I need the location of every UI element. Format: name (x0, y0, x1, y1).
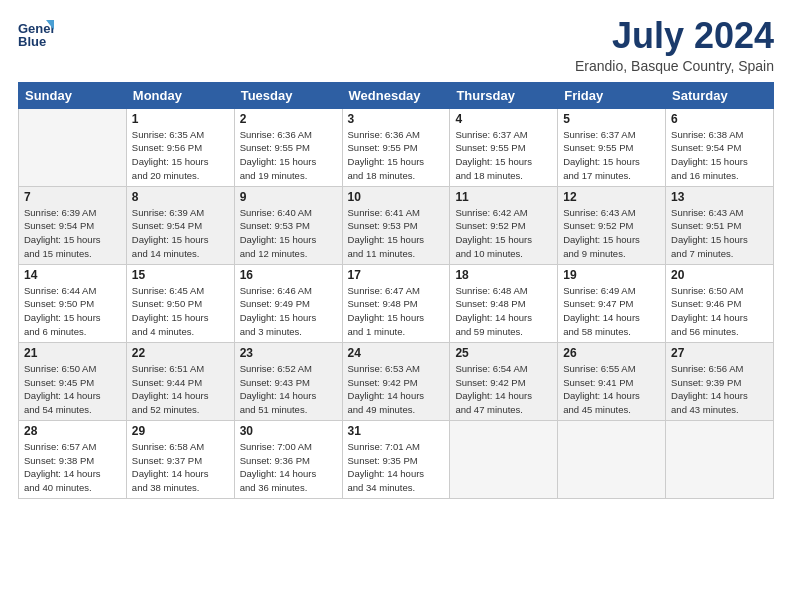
header-row: Sunday Monday Tuesday Wednesday Thursday… (19, 82, 774, 108)
cell-5-6 (558, 420, 666, 498)
day-number: 17 (348, 268, 445, 282)
cell-content: Sunrise: 6:37 AMSunset: 9:55 PMDaylight:… (455, 128, 552, 183)
cell-3-3: 16Sunrise: 6:46 AMSunset: 9:49 PMDayligh… (234, 264, 342, 342)
day-number: 13 (671, 190, 768, 204)
day-number: 4 (455, 112, 552, 126)
day-number: 2 (240, 112, 337, 126)
cell-content: Sunrise: 6:39 AMSunset: 9:54 PMDaylight:… (132, 206, 229, 261)
day-number: 24 (348, 346, 445, 360)
week-row-5: 28Sunrise: 6:57 AMSunset: 9:38 PMDayligh… (19, 420, 774, 498)
cell-2-4: 10Sunrise: 6:41 AMSunset: 9:53 PMDayligh… (342, 186, 450, 264)
cell-content: Sunrise: 6:43 AMSunset: 9:52 PMDaylight:… (563, 206, 660, 261)
cell-content: Sunrise: 6:43 AMSunset: 9:51 PMDaylight:… (671, 206, 768, 261)
cell-content: Sunrise: 6:50 AMSunset: 9:46 PMDaylight:… (671, 284, 768, 339)
cell-content: Sunrise: 6:47 AMSunset: 9:48 PMDaylight:… (348, 284, 445, 339)
week-row-1: 1Sunrise: 6:35 AMSunset: 9:56 PMDaylight… (19, 108, 774, 186)
cell-1-2: 1Sunrise: 6:35 AMSunset: 9:56 PMDaylight… (126, 108, 234, 186)
col-tuesday: Tuesday (234, 82, 342, 108)
day-number: 14 (24, 268, 121, 282)
cell-1-4: 3Sunrise: 6:36 AMSunset: 9:55 PMDaylight… (342, 108, 450, 186)
col-friday: Friday (558, 82, 666, 108)
col-monday: Monday (126, 82, 234, 108)
day-number: 7 (24, 190, 121, 204)
cell-3-6: 19Sunrise: 6:49 AMSunset: 9:47 PMDayligh… (558, 264, 666, 342)
day-number: 5 (563, 112, 660, 126)
cell-4-4: 24Sunrise: 6:53 AMSunset: 9:42 PMDayligh… (342, 342, 450, 420)
day-number: 18 (455, 268, 552, 282)
cell-4-2: 22Sunrise: 6:51 AMSunset: 9:44 PMDayligh… (126, 342, 234, 420)
logo-icon: General Blue (18, 16, 54, 52)
day-number: 16 (240, 268, 337, 282)
col-sunday: Sunday (19, 82, 127, 108)
cell-4-6: 26Sunrise: 6:55 AMSunset: 9:41 PMDayligh… (558, 342, 666, 420)
cell-2-6: 12Sunrise: 6:43 AMSunset: 9:52 PMDayligh… (558, 186, 666, 264)
day-number: 12 (563, 190, 660, 204)
day-number: 8 (132, 190, 229, 204)
title-block: July 2024 Erandio, Basque Country, Spain (575, 16, 774, 74)
day-number: 15 (132, 268, 229, 282)
logo: General Blue (18, 16, 58, 52)
day-number: 1 (132, 112, 229, 126)
week-row-3: 14Sunrise: 6:44 AMSunset: 9:50 PMDayligh… (19, 264, 774, 342)
location-title: Erandio, Basque Country, Spain (575, 58, 774, 74)
cell-content: Sunrise: 6:54 AMSunset: 9:42 PMDaylight:… (455, 362, 552, 417)
cell-2-5: 11Sunrise: 6:42 AMSunset: 9:52 PMDayligh… (450, 186, 558, 264)
page: General Blue July 2024 Erandio, Basque C… (0, 0, 792, 612)
cell-5-5 (450, 420, 558, 498)
col-thursday: Thursday (450, 82, 558, 108)
cell-3-1: 14Sunrise: 6:44 AMSunset: 9:50 PMDayligh… (19, 264, 127, 342)
cell-content: Sunrise: 7:01 AMSunset: 9:35 PMDaylight:… (348, 440, 445, 495)
cell-content: Sunrise: 6:42 AMSunset: 9:52 PMDaylight:… (455, 206, 552, 261)
cell-content: Sunrise: 6:46 AMSunset: 9:49 PMDaylight:… (240, 284, 337, 339)
svg-text:Blue: Blue (18, 34, 46, 49)
cell-content: Sunrise: 6:49 AMSunset: 9:47 PMDaylight:… (563, 284, 660, 339)
col-wednesday: Wednesday (342, 82, 450, 108)
cell-5-1: 28Sunrise: 6:57 AMSunset: 9:38 PMDayligh… (19, 420, 127, 498)
week-row-2: 7Sunrise: 6:39 AMSunset: 9:54 PMDaylight… (19, 186, 774, 264)
cell-4-1: 21Sunrise: 6:50 AMSunset: 9:45 PMDayligh… (19, 342, 127, 420)
day-number: 21 (24, 346, 121, 360)
day-number: 11 (455, 190, 552, 204)
day-number: 3 (348, 112, 445, 126)
cell-3-5: 18Sunrise: 6:48 AMSunset: 9:48 PMDayligh… (450, 264, 558, 342)
day-number: 22 (132, 346, 229, 360)
day-number: 10 (348, 190, 445, 204)
cell-content: Sunrise: 6:36 AMSunset: 9:55 PMDaylight:… (348, 128, 445, 183)
cell-4-5: 25Sunrise: 6:54 AMSunset: 9:42 PMDayligh… (450, 342, 558, 420)
cell-content: Sunrise: 6:50 AMSunset: 9:45 PMDaylight:… (24, 362, 121, 417)
cell-1-5: 4Sunrise: 6:37 AMSunset: 9:55 PMDaylight… (450, 108, 558, 186)
cell-content: Sunrise: 6:35 AMSunset: 9:56 PMDaylight:… (132, 128, 229, 183)
cell-content: Sunrise: 6:41 AMSunset: 9:53 PMDaylight:… (348, 206, 445, 261)
header: General Blue July 2024 Erandio, Basque C… (18, 16, 774, 74)
day-number: 27 (671, 346, 768, 360)
cell-content: Sunrise: 6:53 AMSunset: 9:42 PMDaylight:… (348, 362, 445, 417)
cell-1-1 (19, 108, 127, 186)
cell-1-7: 6Sunrise: 6:38 AMSunset: 9:54 PMDaylight… (666, 108, 774, 186)
cell-2-2: 8Sunrise: 6:39 AMSunset: 9:54 PMDaylight… (126, 186, 234, 264)
cell-content: Sunrise: 6:48 AMSunset: 9:48 PMDaylight:… (455, 284, 552, 339)
day-number: 28 (24, 424, 121, 438)
day-number: 25 (455, 346, 552, 360)
day-number: 9 (240, 190, 337, 204)
calendar-table: Sunday Monday Tuesday Wednesday Thursday… (18, 82, 774, 499)
cell-content: Sunrise: 6:39 AMSunset: 9:54 PMDaylight:… (24, 206, 121, 261)
cell-2-7: 13Sunrise: 6:43 AMSunset: 9:51 PMDayligh… (666, 186, 774, 264)
cell-3-2: 15Sunrise: 6:45 AMSunset: 9:50 PMDayligh… (126, 264, 234, 342)
cell-2-3: 9Sunrise: 6:40 AMSunset: 9:53 PMDaylight… (234, 186, 342, 264)
cell-content: Sunrise: 7:00 AMSunset: 9:36 PMDaylight:… (240, 440, 337, 495)
cell-3-7: 20Sunrise: 6:50 AMSunset: 9:46 PMDayligh… (666, 264, 774, 342)
day-number: 31 (348, 424, 445, 438)
month-title: July 2024 (575, 16, 774, 56)
cell-1-6: 5Sunrise: 6:37 AMSunset: 9:55 PMDaylight… (558, 108, 666, 186)
cell-5-3: 30Sunrise: 7:00 AMSunset: 9:36 PMDayligh… (234, 420, 342, 498)
day-number: 6 (671, 112, 768, 126)
cell-5-7 (666, 420, 774, 498)
cell-content: Sunrise: 6:37 AMSunset: 9:55 PMDaylight:… (563, 128, 660, 183)
cell-content: Sunrise: 6:38 AMSunset: 9:54 PMDaylight:… (671, 128, 768, 183)
day-number: 20 (671, 268, 768, 282)
cell-content: Sunrise: 6:55 AMSunset: 9:41 PMDaylight:… (563, 362, 660, 417)
cell-content: Sunrise: 6:51 AMSunset: 9:44 PMDaylight:… (132, 362, 229, 417)
cell-content: Sunrise: 6:44 AMSunset: 9:50 PMDaylight:… (24, 284, 121, 339)
cell-content: Sunrise: 6:52 AMSunset: 9:43 PMDaylight:… (240, 362, 337, 417)
day-number: 29 (132, 424, 229, 438)
